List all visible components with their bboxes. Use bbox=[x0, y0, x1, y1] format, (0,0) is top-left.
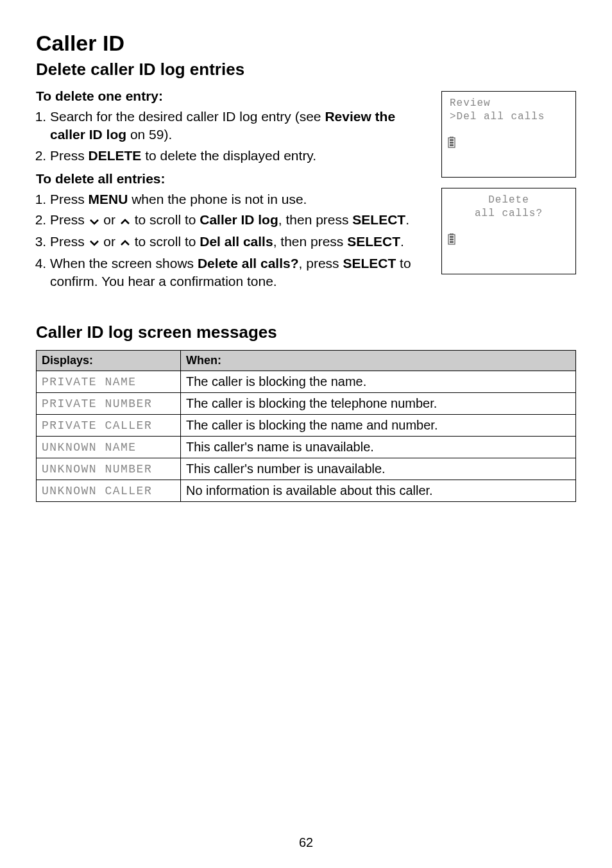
lcd-column: Review >Del all calls Delete all calls? bbox=[441, 86, 576, 297]
display-desc: The caller is blocking the name and numb… bbox=[181, 415, 576, 437]
lcd-line: >Del all calls bbox=[446, 110, 572, 124]
delete-one-heading: To delete one entry: bbox=[36, 88, 426, 104]
lcd-line: all calls? bbox=[446, 207, 572, 221]
lcd-line: Review bbox=[446, 97, 572, 110]
lcd-screen-1: Review >Del all calls bbox=[441, 91, 576, 178]
display-desc: No information is available about this c… bbox=[181, 480, 576, 502]
lcd-screen-2: Delete all calls? bbox=[441, 188, 576, 274]
messages-table: Displays: When: PRIVATE NAME The caller … bbox=[36, 350, 576, 502]
chevron-up-icon bbox=[120, 233, 130, 251]
lcd-line: Delete bbox=[446, 194, 572, 207]
table-row: PRIVATE NUMBER The caller is blocking th… bbox=[37, 393, 576, 415]
chevron-up-icon bbox=[120, 212, 130, 230]
list-item: Press or to scroll to Caller ID log, the… bbox=[50, 211, 426, 230]
display-code: UNKNOWN CALLER bbox=[37, 480, 181, 502]
list-item: Press MENU when the phone is not in use. bbox=[50, 190, 426, 208]
display-code: UNKNOWN NUMBER bbox=[37, 458, 181, 480]
display-code: PRIVATE NUMBER bbox=[37, 393, 181, 415]
battery-icon bbox=[447, 233, 456, 249]
delete-all-list: Press MENU when the phone is not in use.… bbox=[36, 190, 426, 290]
chevron-down-icon bbox=[89, 233, 99, 251]
table-row: UNKNOWN NUMBER This caller's number is u… bbox=[37, 458, 576, 480]
display-desc: The caller is blocking the telephone num… bbox=[181, 393, 576, 415]
delete-one-list: Search for the desired caller ID log ent… bbox=[36, 108, 426, 165]
list-item: Press DELETE to delete the displayed ent… bbox=[50, 147, 426, 165]
svg-rect-2 bbox=[450, 139, 454, 141]
display-code: UNKNOWN NAME bbox=[37, 437, 181, 458]
battery-icon bbox=[447, 137, 456, 153]
display-code: PRIVATE NAME bbox=[37, 371, 181, 393]
page-title: Caller ID bbox=[36, 31, 576, 56]
svg-rect-8 bbox=[450, 238, 454, 240]
page-number: 62 bbox=[0, 835, 612, 850]
chevron-down-icon bbox=[89, 212, 99, 230]
table-row: UNKNOWN CALLER No information is availab… bbox=[37, 480, 576, 502]
table-header: When: bbox=[181, 351, 576, 371]
display-desc: This caller's name is unavailable. bbox=[181, 437, 576, 458]
delete-all-heading: To delete all entries: bbox=[36, 171, 426, 187]
svg-rect-9 bbox=[450, 241, 454, 243]
table-header: Displays: bbox=[37, 351, 181, 371]
list-item: Press or to scroll to Del all calls, the… bbox=[50, 233, 426, 252]
list-item: When the screen shows Delete all calls?,… bbox=[50, 255, 426, 291]
display-desc: The caller is blocking the name. bbox=[181, 371, 576, 393]
list-item: Search for the desired caller ID log ent… bbox=[50, 108, 426, 144]
table-row: PRIVATE NAME The caller is blocking the … bbox=[37, 371, 576, 393]
messages-heading: Caller ID log screen messages bbox=[36, 322, 576, 342]
display-code: PRIVATE CALLER bbox=[37, 415, 181, 437]
svg-rect-3 bbox=[450, 142, 454, 144]
instructions-column: To delete one entry: Search for the desi… bbox=[36, 86, 426, 297]
svg-rect-7 bbox=[450, 236, 454, 238]
table-row: UNKNOWN NAME This caller's name is unava… bbox=[37, 437, 576, 458]
display-desc: This caller's number is unavailable. bbox=[181, 458, 576, 480]
table-row: PRIVATE CALLER The caller is blocking th… bbox=[37, 415, 576, 437]
svg-rect-4 bbox=[450, 144, 454, 146]
page-subtitle: Delete caller ID log entries bbox=[36, 60, 576, 79]
